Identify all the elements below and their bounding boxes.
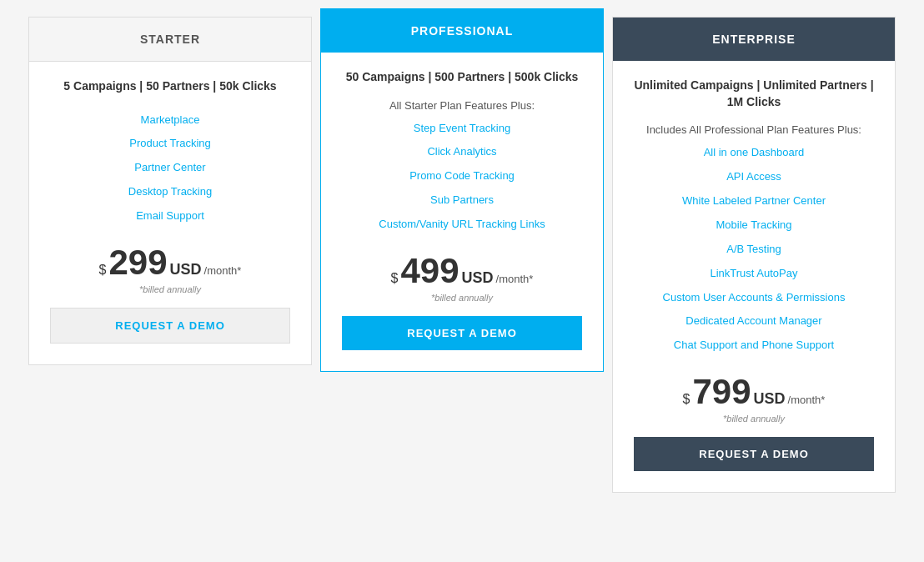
list-item: LinkTrust AutoPay [634, 262, 874, 286]
cta-button-starter[interactable]: REQUEST A DEMO [50, 308, 290, 344]
list-item: A/B Testing [634, 238, 874, 262]
plan-tagline-starter: 5 Campaigns | 50 Partners | 50k Clicks [50, 78, 290, 95]
plan-card-enterprise: ENTERPRISEUnlimited Campaigns | Unlimite… [612, 17, 896, 493]
list-item: White Labeled Partner Center [634, 189, 874, 213]
price-amount: 499 [401, 253, 459, 289]
plan-card-professional: PROFESSIONAL50 Campaigns | 500 Partners … [320, 8, 604, 372]
list-item: Email Support [50, 204, 290, 228]
price-area-enterprise: $799 USD/month* [634, 374, 874, 409]
price-area-starter: $299 USD/month* [50, 245, 290, 280]
list-item: All in one Dashboard [634, 141, 874, 165]
billed-note: *billed annually [50, 284, 290, 294]
features-intro-enterprise: Includes All Professional Plan Features … [634, 123, 874, 136]
price-unit: /month* [496, 273, 534, 285]
list-item: Mobile Tracking [634, 213, 874, 238]
features-list-enterprise: All in one DashboardAPI AccessWhite Labe… [634, 141, 874, 358]
list-item: Partner Center [50, 156, 290, 180]
price-area-professional: $499 USD/month* [342, 253, 582, 289]
features-list-starter: MarketplaceProduct TrackingPartner Cente… [50, 108, 290, 228]
price-currency: USD [170, 261, 202, 278]
plan-header-starter: STARTER [29, 18, 311, 62]
features-list-professional: Step Event TrackingClick AnalyticsPromo … [342, 117, 582, 237]
plan-body-professional: 50 Campaigns | 500 Partners | 500k Click… [321, 53, 603, 371]
price-amount: 299 [109, 245, 168, 280]
price-currency: USD [754, 390, 786, 408]
list-item: Product Tracking [50, 132, 290, 156]
list-item: Marketplace [50, 108, 290, 133]
list-item: Promo Code Tracking [342, 164, 582, 188]
plan-tagline-professional: 50 Campaigns | 500 Partners | 500k Click… [342, 69, 582, 86]
list-item: Step Event Tracking [342, 117, 582, 141]
list-item: Custom/Vanity URL Tracking Links [342, 213, 582, 237]
plan-header-professional: PROFESSIONAL [321, 9, 603, 53]
price-dollar-sign: $ [99, 263, 107, 278]
list-item: Click Analytics [342, 140, 582, 164]
list-item: Sub Partners [342, 188, 582, 213]
features-intro-professional: All Starter Plan Features Plus: [342, 99, 582, 112]
plan-card-starter: STARTER5 Campaigns | 50 Partners | 50k C… [28, 17, 312, 365]
plan-body-starter: 5 Campaigns | 50 Partners | 50k ClicksMa… [29, 62, 311, 364]
list-item: Chat Support and Phone Support [634, 334, 874, 358]
price-unit: /month* [788, 394, 826, 406]
plan-header-enterprise: ENTERPRISE [613, 18, 895, 61]
price-currency: USD [462, 269, 494, 287]
list-item: Dedicated Account Manager [634, 309, 874, 334]
price-amount: 799 [693, 374, 751, 409]
price-unit: /month* [204, 264, 242, 277]
list-item: Desktop Tracking [50, 180, 290, 204]
billed-note: *billed annually [634, 414, 874, 424]
cta-button-professional[interactable]: REQUEST A DEMO [342, 316, 582, 350]
plan-body-enterprise: Unlimited Campaigns | Unlimited Partners… [613, 61, 895, 492]
cta-button-enterprise[interactable]: REQUEST A DEMO [634, 437, 874, 471]
price-dollar-sign: $ [683, 392, 690, 407]
plan-tagline-enterprise: Unlimited Campaigns | Unlimited Partners… [634, 78, 874, 110]
price-dollar-sign: $ [391, 271, 399, 286]
billed-note: *billed annually [342, 293, 582, 303]
list-item: API Access [634, 165, 874, 189]
list-item: Custom User Accounts & Permissions [634, 286, 874, 310]
pricing-container: STARTER5 Campaigns | 50 Partners | 50k C… [8, 17, 916, 493]
